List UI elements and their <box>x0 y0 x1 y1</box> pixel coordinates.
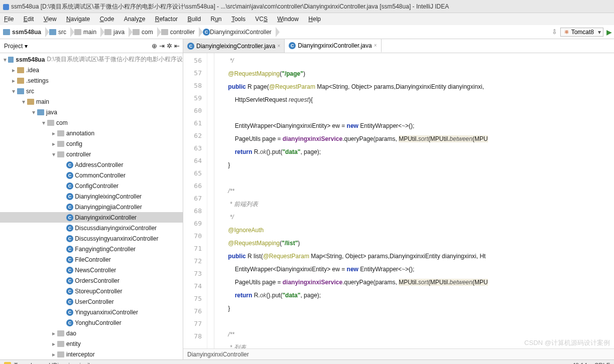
editor: 56 57 58 59 60 61 62 63 64 65 66 67 68 6… <box>183 53 614 359</box>
folder-icon <box>17 67 24 73</box>
class-icon: C <box>66 183 73 190</box>
tree-ctrl-address[interactable]: C AddressController <box>0 159 183 170</box>
folder-icon <box>57 330 64 336</box>
run-button[interactable]: ▶ <box>606 28 612 36</box>
project-tree[interactable]: ▾ssm548uaD:\项目系统调试区\基于微信小程序的电影小程序设 ▸.ide… <box>0 53 183 359</box>
folder-icon <box>161 29 168 35</box>
status-bar: Typo: In word 'Dianyingxinxi' 48:14 CRLF <box>0 359 614 364</box>
menu-code[interactable]: Code <box>96 13 118 25</box>
tree-ctrl-file[interactable]: C FileController <box>0 254 183 265</box>
class-icon: C <box>66 288 73 295</box>
menu-window[interactable]: Window <box>273 13 303 25</box>
tree-dao[interactable]: ▸dao <box>0 328 183 338</box>
folder-icon <box>74 29 81 35</box>
tree-ctrl-storeup[interactable]: C StoreupController <box>0 286 183 296</box>
close-icon[interactable]: × <box>277 43 280 49</box>
tree-interceptor[interactable]: ▸interceptor <box>0 349 183 359</box>
tree-ctrl-orders[interactable]: C OrdersController <box>0 275 183 286</box>
locate-icon[interactable]: ⊕ <box>152 42 157 50</box>
crumb-com[interactable]: com <box>130 25 158 39</box>
collapse-icon[interactable]: ⇥ <box>159 42 165 50</box>
class-icon: C <box>66 204 73 211</box>
class-icon: C <box>66 319 73 326</box>
class-icon: C <box>66 235 73 242</box>
menu-view[interactable]: View <box>40 13 61 25</box>
folder-icon <box>47 120 54 126</box>
tree-annotation[interactable]: ▸annotation <box>0 128 183 138</box>
menu-analyze[interactable]: Analyze <box>120 13 150 25</box>
crumb-project[interactable]: ssm548ua <box>0 25 46 39</box>
menu-refactor[interactable]: Refactor <box>151 13 182 25</box>
line-ending[interactable]: CRLF <box>594 362 610 365</box>
tree-ctrl-fangyingting[interactable]: C FangyingtingController <box>0 244 183 254</box>
crumb-class[interactable]: CDianyingxinxiController <box>200 25 277 39</box>
folder-icon <box>57 351 64 357</box>
menu-navigate[interactable]: Navigate <box>62 13 94 25</box>
menu-run[interactable]: Run <box>206 13 225 25</box>
fold-gutter[interactable] <box>207 53 214 348</box>
menubar: File Edit View Navigate Code Analyze Ref… <box>0 13 614 25</box>
code-content[interactable]: */ @RequestMapping("/page") public R pag… <box>214 53 614 348</box>
menu-help[interactable]: Help <box>304 13 325 25</box>
tree-main[interactable]: ▾main <box>0 96 183 107</box>
tree-ctrl-dianyingpingjia[interactable]: C DianyingpingjiaController <box>0 202 183 212</box>
class-icon: C <box>66 246 73 253</box>
tree-entity[interactable]: ▸entity <box>0 338 183 349</box>
tab-dianyingxinxi[interactable]: CDianyingxinxiController.java× <box>285 39 381 53</box>
gear-icon[interactable]: ✲ <box>167 42 172 50</box>
tree-ctrl-user[interactable]: C UserController <box>0 296 183 307</box>
tree-settings[interactable]: ▸.settings <box>0 75 183 86</box>
menu-build[interactable]: Build <box>183 13 205 25</box>
app-icon <box>3 4 9 10</box>
crumb-src[interactable]: src <box>46 25 71 39</box>
tree-ctrl-yingyuanxinxi[interactable]: C YingyuanxinxiController <box>0 307 183 317</box>
crumb-controller[interactable]: controller <box>158 25 200 39</box>
class-icon: C <box>203 29 210 36</box>
menu-vcs[interactable]: VCS <box>251 13 272 25</box>
editor-breadcrumb[interactable]: DianyingxinxiController <box>183 348 614 359</box>
folder-icon <box>49 29 56 35</box>
class-icon: C <box>66 298 73 305</box>
tree-ctrl-yonghu[interactable]: C YonghuController <box>0 317 183 328</box>
tree-java[interactable]: ▾java <box>0 107 183 117</box>
tree-ctrl-discussyingyuanxinxi[interactable]: C DiscussyingyuanxinxiController <box>0 233 183 244</box>
class-icon: C <box>66 193 73 200</box>
tree-ctrl-discussdianyingxinxi[interactable]: C DiscussdianyingxinxiController <box>0 223 183 233</box>
editor-tabs: CDianyingleixingController.java× CDianyi… <box>183 39 382 53</box>
folder-icon <box>3 29 10 35</box>
tree-controller[interactable]: ▾controller <box>0 149 183 159</box>
tree-ctrl-news[interactable]: C NewsController <box>0 265 183 275</box>
class-icon: C <box>66 256 73 263</box>
close-icon[interactable]: × <box>374 43 377 48</box>
tree-com[interactable]: ▾com <box>0 117 183 128</box>
tree-ctrl-config[interactable]: C ConfigController <box>0 180 183 191</box>
project-panel-title[interactable]: Project <box>4 43 23 50</box>
tree-idea[interactable]: ▸.idea <box>0 65 183 75</box>
tree-root[interactable]: ▾ssm548uaD:\项目系统调试区\基于微信小程序的电影小程序设 <box>0 54 183 65</box>
tree-src[interactable]: ▾src <box>0 86 183 96</box>
folder-icon <box>57 141 64 147</box>
breadcrumb: ssm548ua src main java com controller CD… <box>0 25 614 39</box>
watermark: CSDN @计算机源码设计案例 <box>524 338 610 347</box>
run-config-select[interactable]: ⛯ Tomcat8 <box>560 28 603 37</box>
tree-config[interactable]: ▸config <box>0 138 183 149</box>
crumb-java[interactable]: java <box>101 25 130 39</box>
tab-dianyingleixing[interactable]: CDianyingleixingController.java× <box>183 39 285 53</box>
folder-icon <box>37 109 44 115</box>
folder-icon <box>57 151 64 157</box>
menu-file[interactable]: File <box>0 13 18 25</box>
crumb-main[interactable]: main <box>71 25 101 39</box>
status-message: Typo: In word 'Dianyingxinxi' <box>14 362 90 365</box>
menu-tools[interactable]: Tools <box>227 13 250 25</box>
cursor-position[interactable]: 48:14 <box>572 362 587 365</box>
tree-ctrl-common[interactable]: C CommonController <box>0 170 183 180</box>
hide-icon[interactable]: ⇤ <box>174 42 180 50</box>
menu-edit[interactable]: Edit <box>20 13 38 25</box>
window-title: ssm548ua [D:\项目系统调试区\基于微信小程序的电影小程序设计\ssm… <box>11 3 449 10</box>
tree-ctrl-dianyingleixing[interactable]: C DianyingleixingController <box>0 191 183 202</box>
folder-icon <box>17 88 24 94</box>
tree-ctrl-dianyingxinxi[interactable]: C DianyingxinxiController <box>0 212 183 223</box>
class-icon: C <box>66 267 73 274</box>
build-icon[interactable]: ⇩ <box>552 28 557 36</box>
class-icon: C <box>66 225 73 232</box>
